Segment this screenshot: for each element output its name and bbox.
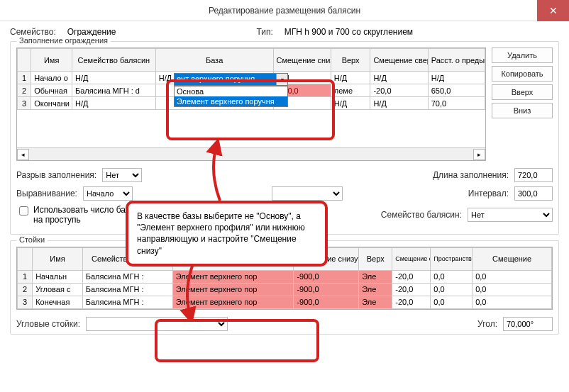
cell-top[interactable]: Эле [359,296,392,308]
cell-family[interactable]: Балясина МГН : [82,270,172,283]
annotation-callout: В качестве базы выберите не "Основу", а … [126,201,328,267]
rownum: 2 [18,84,31,97]
family-label: Семейство: [10,27,56,37]
corner-label: Угловые стойки: [16,319,80,329]
chevron-down-icon: ▾ [281,77,284,83]
cell-base[interactable]: Элемент верхнего пор [172,296,294,308]
cell-topoff[interactable]: Н/Д [370,97,428,110]
bal-family-select[interactable]: Нет [468,208,553,222]
scroll-right-button[interactable]: ▸ [473,149,485,160]
type-value: МГН h 900 и 700 со скруглением [284,27,413,37]
cell-family[interactable]: Балясина МГН : [82,283,172,296]
col-family: Семейство балясин [72,49,156,72]
col-space: Пространство [431,247,473,270]
cell-bot[interactable]: -900,0 [294,270,359,283]
table-row[interactable]: 1НачальнБалясина МГН :Элемент верхнего п… [18,270,552,283]
window-title: Редактирование размещения балясин [209,6,360,16]
close-button[interactable]: ✕ [537,0,569,21]
use-count-checkbox[interactable] [19,206,28,215]
rownum: 3 [18,97,31,110]
angle-label: Угол: [477,319,497,329]
angle-input[interactable] [503,317,553,331]
col-top: Верх [359,247,392,270]
cell-top[interactable]: леме [331,84,370,97]
down-button[interactable]: Вниз [492,103,553,118]
use-count-check[interactable]: Использовать число бал на проступь [16,205,131,225]
cell-name[interactable]: Конечная [33,296,83,308]
col-rownum [18,247,33,270]
table-row[interactable]: 2Угловая сБалясина МГН :Элемент верхнего… [18,283,552,296]
interval-input[interactable] [514,186,553,201]
cell-base[interactable]: Элемент верхнего пор [172,283,294,296]
dropdown-item[interactable]: Основа [175,86,287,96]
cell-space[interactable]: 0,0 [431,296,473,308]
dropdown-selected[interactable]: ент верхнего поручня [175,74,276,85]
fill-header-row: Имя Семейство балясин База Смещение сниз… [18,49,485,72]
cell-space[interactable]: 0,0 [431,270,473,283]
col-dist: Расст. о предыдущ [428,49,485,72]
cell-family[interactable]: Балясина МГН : [82,296,172,308]
cell-bot[interactable]: -900,0 [294,296,359,308]
dropdown-list: Основа Элемент верхнего поручня [174,86,288,107]
scroll-left-button[interactable]: ◂ [17,149,29,160]
rownum: 1 [18,270,33,283]
fill-legend: Заполнение ограждения [16,36,111,45]
cell-top[interactable]: Эле [359,270,392,283]
cell-dist[interactable]: 70,0 [428,97,485,110]
dropdown-button[interactable]: ▾ [276,74,287,85]
rownum: 1 [18,72,31,84]
cell-dist[interactable]: Н/Д [428,72,485,84]
cell-topoff[interactable]: -20,0 [392,270,431,283]
col-rownum [18,49,31,72]
cell-name[interactable]: Угловая с [33,283,83,296]
close-icon: ✕ [549,5,558,16]
rownum: 2 [18,283,33,296]
annotation-text: В качестве базы выберите не "Основу", а … [137,211,305,256]
table-row[interactable]: 3КонечнаяБалясина МГН :Элемент верхнего … [18,296,552,308]
cell-topoff[interactable]: -20,0 [392,296,431,308]
cell-name[interactable]: Начало о [31,72,72,84]
cell-space[interactable]: 0,0 [431,283,473,296]
cell-name[interactable]: Окончани [31,97,72,110]
col-base: База [155,49,273,72]
align-select[interactable]: Начало [83,186,133,201]
extra-select[interactable] [272,186,343,201]
cell-topoff[interactable]: -20,0 [392,283,431,296]
cell-base[interactable]: Элемент верхнего пор [172,270,294,283]
corner-select[interactable] [86,317,228,331]
cell-family[interactable]: Н/Д [72,97,156,110]
cell-off[interactable]: 0,0 [473,283,552,296]
break-select[interactable]: Нет [102,168,142,182]
fill-len-input[interactable] [514,168,553,182]
bal-family-label: Семейство балясин: [381,210,462,220]
col-name: Имя [33,247,83,270]
family-value: Ограждение [67,27,116,37]
copy-button[interactable]: Копировать [492,66,553,82]
fill-grid[interactable]: Имя Семейство балясин База Смещение сниз… [16,47,486,161]
base-dropdown[interactable]: ент верхнего поручня ▾ Основа Элемент ве… [174,73,288,107]
align-label: Выравнивание: [16,189,77,198]
col-topoff: Смещение сверху [370,49,428,72]
posts-legend: Стойки [16,235,48,244]
cell-bot[interactable]: -900,0 [294,283,359,296]
cell-family[interactable]: Н/Д [72,72,156,84]
up-button[interactable]: Вверх [492,84,553,100]
cell-top[interactable]: Н/Д [331,97,370,110]
cell-top[interactable]: Эле [359,283,392,296]
type-label: Тип: [256,27,272,37]
cell-name[interactable]: Начальн [33,270,83,283]
use-count-label: Использовать число бал на проступь [33,205,131,225]
cell-topoff[interactable]: -20,0 [370,84,428,97]
delete-button[interactable]: Удалить [492,47,553,63]
cell-off[interactable]: 0,0 [473,296,552,308]
cell-family[interactable]: Балясина МГН : d [72,84,156,97]
cell-top[interactable]: Н/Д [331,72,370,84]
interval-label: Интервал: [468,189,509,198]
break-label: Разрыв заполнения: [16,170,96,180]
dropdown-item[interactable]: Элемент верхнего поручня [175,96,287,106]
cell-topoff[interactable]: Н/Д [370,72,428,84]
cell-off[interactable]: 0,0 [473,270,552,283]
cell-dist[interactable]: 650,0 [428,84,485,97]
fill-len-label: Длина заполнения: [433,170,509,180]
cell-name[interactable]: Обычная [31,84,72,97]
